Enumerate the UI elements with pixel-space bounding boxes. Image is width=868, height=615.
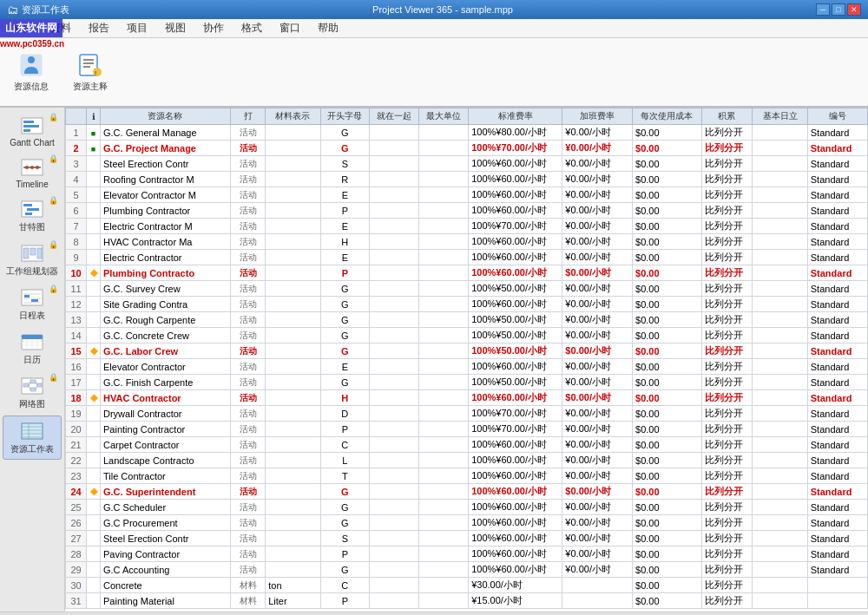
svg-point-16 — [36, 166, 39, 169]
sidebar-item-gantt2[interactable]: 🔒 甘特图 — [3, 194, 62, 237]
th-type: 打 — [230, 108, 265, 125]
type-cell: 活动 — [230, 359, 265, 375]
menu-report[interactable]: 报告 — [80, 19, 118, 37]
cost-cell: $0.00 — [633, 219, 702, 234]
menu-view[interactable]: 视图 — [156, 19, 194, 37]
minimize-button[interactable]: ─ — [816, 3, 830, 16]
stdrate-cell: 100%¥70.00/小时 — [469, 219, 562, 234]
stdrate-cell: 100%¥60.00/小时 — [469, 453, 562, 468]
base-cell — [753, 343, 807, 359]
menu-file[interactable]: 文件 — [3, 19, 42, 37]
maxunit-cell — [418, 515, 469, 531]
table-row: 28Paving Contractor活动P100%¥60.00/小时¥0.00… — [66, 546, 868, 562]
menu-window[interactable]: 窗口 — [271, 19, 309, 37]
row-number: 19 — [66, 406, 87, 422]
accum-cell: 比列分开 — [701, 312, 753, 328]
row-number: 18 — [66, 390, 87, 406]
material-cell — [266, 250, 320, 265]
type-cell: 活动 — [230, 125, 265, 141]
row-icon — [87, 156, 101, 172]
type-cell: 活动 — [230, 390, 265, 406]
menu-data[interactable]: 资料 — [42, 19, 80, 37]
maxunit-cell — [418, 219, 469, 234]
code-cell: Standard — [807, 359, 867, 375]
ribbon-resource-note[interactable]: ! 资源主释 — [66, 48, 115, 96]
row-icon: ■ — [87, 141, 101, 156]
base-cell — [753, 531, 807, 546]
maxunit-cell — [418, 297, 469, 312]
accum-cell: 比列分开 — [701, 250, 753, 265]
material-cell — [266, 141, 320, 156]
svg-rect-42 — [37, 383, 42, 387]
lock-icon-4: 🔒 — [49, 240, 58, 249]
type-cell: 活动 — [230, 250, 265, 265]
material-cell — [266, 422, 320, 437]
material-cell — [266, 437, 320, 453]
maxunit-cell — [418, 343, 469, 359]
type-cell: 材料 — [230, 593, 265, 609]
base-cell — [753, 390, 807, 406]
menu-project[interactable]: 项目 — [118, 19, 156, 37]
table-row: 7Electric Contractor M活动E100%¥70.00/小时¥0… — [66, 219, 868, 234]
sidebar-item-timeline[interactable]: 🔒 Timeline — [3, 153, 62, 193]
th-accum: 积累 — [701, 108, 753, 125]
type-cell: 活动 — [230, 265, 265, 281]
maximize-button[interactable]: □ — [832, 3, 845, 16]
maxunit-cell — [418, 500, 469, 515]
th-cost: 每次使用成本 — [633, 108, 702, 125]
otrate-cell: ¥0.00/小时 — [562, 141, 633, 156]
ribbon-resource-info[interactable]: 资源信息 — [7, 48, 56, 96]
sidebar-item-taskgroup[interactable]: 🔒 工作组规划器 — [3, 239, 62, 281]
stdrate-cell: 100%¥50.00/小时 — [469, 343, 562, 359]
calendar-icon — [18, 330, 46, 353]
maxunit-cell — [418, 250, 469, 265]
row-icon — [87, 562, 101, 578]
otrate-cell: ¥0.00/小时 — [562, 187, 633, 203]
maxunit-cell — [418, 406, 469, 422]
join-cell — [370, 187, 418, 203]
title-bar-controls: ─ □ ✕ — [816, 3, 861, 16]
resource-table: ℹ 资源名称 打 材料表示 开头字母 就在一起 最大单位 标准费率 加班费率 每… — [65, 108, 868, 609]
accum-cell: 比列分开 — [701, 156, 753, 172]
stdrate-cell: 100%¥70.00/小时 — [469, 141, 562, 156]
sidebar-item-gantt[interactable]: 🔒 Gantt Chart — [3, 111, 62, 151]
project-title: Project Viewer 365 - sample.mpp — [372, 4, 513, 15]
base-cell — [753, 172, 807, 187]
menu-collab[interactable]: 协作 — [194, 19, 233, 37]
code-cell: Standard — [807, 156, 867, 172]
content-area: ℹ 资源名称 打 材料表示 开头字母 就在一起 最大单位 标准费率 加班费率 每… — [65, 108, 868, 612]
material-cell — [266, 125, 320, 141]
type-cell: 活动 — [230, 328, 265, 343]
material-cell — [266, 312, 320, 328]
menu-help[interactable]: 帮助 — [309, 19, 347, 37]
material-cell — [266, 297, 320, 312]
lock-icon-5: 🔒 — [49, 285, 58, 293]
code-cell: Standard — [807, 312, 867, 328]
initial-cell: L — [320, 453, 369, 468]
menu-format[interactable]: 格式 — [233, 19, 271, 37]
otrate-cell: ¥0.00/小时 — [562, 234, 633, 250]
sidebar-item-resource[interactable]: 资源工作表 — [3, 415, 62, 460]
row-number: 24 — [66, 484, 87, 500]
type-cell: 活动 — [230, 297, 265, 312]
base-cell — [753, 125, 807, 141]
close-button[interactable]: ✕ — [847, 3, 861, 16]
maxunit-cell — [418, 281, 469, 297]
sidebar-item-network[interactable]: 🔒 网络图 — [3, 371, 62, 414]
table-row: 25G.C Scheduler活动G100%¥60.00/小时¥0.00/小时$… — [66, 500, 868, 515]
join-cell — [370, 484, 418, 500]
base-cell — [753, 141, 807, 156]
sidebar-item-calendar[interactable]: 日历 — [3, 327, 62, 370]
cost-cell: $0.00 — [633, 546, 702, 562]
otrate-cell: ¥0.00/小时 — [562, 500, 633, 515]
table-container[interactable]: ℹ 资源名称 打 材料表示 开头字母 就在一起 最大单位 标准费率 加班费率 每… — [65, 108, 868, 612]
join-cell — [370, 250, 418, 265]
stdrate-cell: ¥30.00/小时 — [469, 578, 562, 593]
otrate-cell: ¥0.00/小时 — [562, 515, 633, 531]
material-cell — [266, 562, 320, 578]
sidebar-item-schedule[interactable]: 🔒 日程表 — [3, 283, 62, 325]
cost-cell: $0.00 — [633, 281, 702, 297]
accum-cell: 比列分开 — [701, 359, 753, 375]
svg-rect-41 — [30, 388, 36, 391]
join-cell — [370, 328, 418, 343]
